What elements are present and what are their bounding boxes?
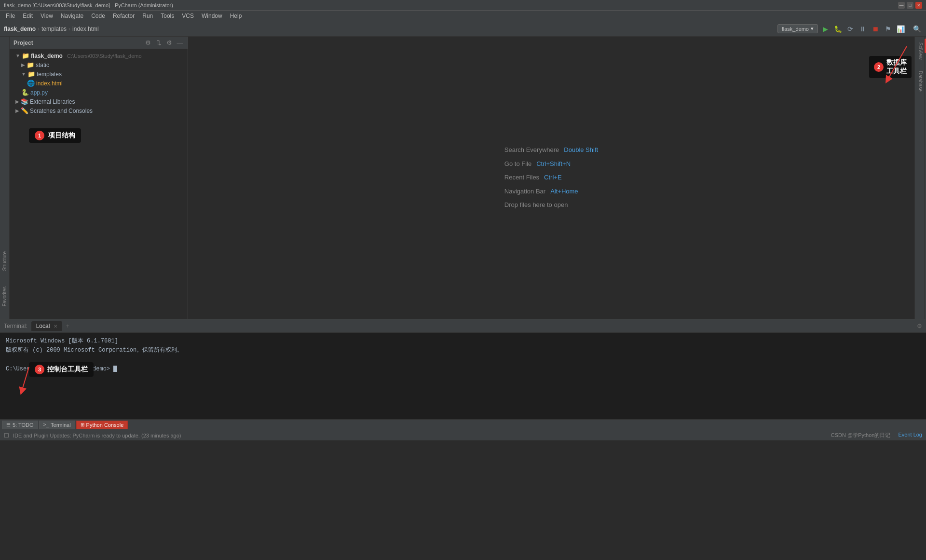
pause-button[interactable]: ⏸ [858,24,868,34]
menu-run[interactable]: Run [138,12,157,20]
right-sidebar: SciView Database 2 数据库工具栏 [914,37,926,319]
panel-settings-icon[interactable]: ⚙ [144,39,152,47]
coverage-button[interactable]: ⚑ [883,24,893,34]
terminal-icon: >_ [43,422,49,427]
tab-local[interactable]: Local ✕ [31,321,62,331]
expand-arrow-scratches-icon: ▶ [15,108,19,113]
hint-drop-files: Drop files here to open [504,198,598,212]
breadcrumb-indexhtml[interactable]: index.html [72,26,99,32]
bottom-panel: Terminal: Local ✕ + ⚙ Microsoft Windows … [0,319,926,430]
python-console-tab[interactable]: ⊞ Python Console [76,421,128,429]
terminal-settings-button[interactable]: ⚙ [917,323,922,329]
tree-label-ext-libraries: External Libraries [30,98,75,105]
annotation-console-text: 控制台工具栏 [47,365,88,374]
event-log-label[interactable]: Event Log [898,432,922,439]
bottom-toolbar: ☰ 5: TODO >_ Terminal ⊞ Python Console [0,419,926,430]
menu-help[interactable]: Help [226,12,246,20]
terminal-label: Terminal: [4,323,27,329]
python-console-label: Python Console [86,422,124,428]
statusbar: ☐ IDE and Plugin Updates: PyCharm is rea… [0,430,926,440]
console-arrow-svg [19,367,48,396]
scratches-icon: ✏️ [21,107,28,114]
tree-item-apppy[interactable]: 🐍 app.py [10,88,188,97]
menu-file[interactable]: File [2,12,19,20]
expand-arrow-templates-icon: ▼ [21,71,26,77]
menu-navigate[interactable]: Navigate [57,12,87,20]
status-warning-icon: ☐ [4,432,9,439]
annotation-arrow-svg [878,41,916,90]
hint-recent-files: Recent Files Ctrl+E [504,171,598,185]
annotation-console: 3 控制台工具栏 [29,362,94,377]
maximize-button[interactable]: □ [907,2,913,9]
project-panel: Project ⚙ ⇅ ⚙ — ▼ 📁 flask_demo C:\Users\… [10,37,188,319]
menu-edit[interactable]: Edit [19,12,37,20]
run-controls: flask_demo ▾ ▶ 🐛 ⟳ ⏸ ⏹ ⚑ 📊 [777,24,906,34]
expand-arrow-ext-icon: ▶ [15,99,19,104]
breadcrumb-templates[interactable]: templates [41,26,67,32]
terminal-cursor [113,366,117,372]
tree-path-flask-demo: C:\Users\003\Study\flask_demo [67,53,142,59]
hint-search-everywhere: Search Everywhere Double Shift [504,143,598,157]
tree-label-indexhtml: index.html [36,80,63,87]
debug-button[interactable]: 🐛 [832,24,843,34]
tree-item-scratches[interactable]: ▶ ✏️ Scratches and Consoles [10,106,188,115]
toolbar: flask_demo › templates › index.html flas… [0,21,926,37]
breadcrumb: flask_demo › templates › index.html [4,26,776,32]
terminal-line-1: Microsoft Windows [版本 6.1.7601] [6,337,920,346]
html-file-icon: 🌐 [27,80,35,87]
menu-view[interactable]: View [37,12,57,20]
annotation-num-1: 1 [35,131,44,140]
panel-expand-icon[interactable]: ⇅ [155,39,163,47]
close-button[interactable]: ✕ [915,2,922,9]
project-panel-title: Project [14,40,141,46]
menu-code[interactable]: Code [87,12,109,20]
library-icon: 📚 [21,98,28,105]
annotation-project-structure-text: 项目结构 [48,131,75,140]
breadcrumb-root[interactable]: flask_demo [4,26,36,32]
todo-tab[interactable]: ☰ 5: TODO [2,421,38,429]
left-strip: Structure Favorites [0,37,10,319]
tree-label-flask-demo: flask_demo [31,53,63,59]
menu-tools[interactable]: Tools [157,12,178,20]
tree-item-ext-libraries[interactable]: ▶ 📚 External Libraries [10,97,188,106]
project-tree: ▼ 📁 flask_demo C:\Users\003\Study\flask_… [10,49,188,319]
dropdown-arrow-icon: ▾ [811,26,814,32]
expand-arrow-static-icon: ▶ [21,62,25,68]
menu-refactor[interactable]: Refactor [109,12,138,20]
py-file-icon: 🐍 [21,89,29,96]
editor-area: Search Everywhere Double Shift Go to Fil… [188,37,914,319]
tree-item-templates[interactable]: ▼ 📁 templates [10,69,188,79]
minimize-button[interactable]: — [898,2,905,9]
run-config-dropdown[interactable]: flask_demo ▾ [777,24,818,33]
run-button[interactable]: ▶ [820,24,831,34]
titlebar: flask_demo [C:\Users\003\Study\flask_dem… [0,0,926,11]
panel-close-icon[interactable]: — [176,39,184,47]
add-terminal-button[interactable]: + [63,321,72,331]
expand-arrow-icon: ▼ [15,53,20,58]
python-icon: ⊞ [81,422,84,427]
panel-gear-icon[interactable]: ⚙ [165,39,173,47]
window-title: flask_demo [C:\Users\003\Study\flask_dem… [4,2,898,8]
project-panel-header: Project ⚙ ⇅ ⚙ — [10,37,188,49]
tab-local-close[interactable]: ✕ [54,324,57,329]
todo-icon: ☰ [6,422,11,427]
terminal-tab-bottom[interactable]: >_ Terminal [39,421,75,429]
hint-nav-bar: Navigation Bar Alt+Home [504,185,598,199]
menu-window[interactable]: Window [198,12,226,20]
tree-item-static[interactable]: ▶ 📁 static [10,60,188,69]
profile-button[interactable]: 📊 [895,24,906,34]
favorites-tab[interactable]: Favorites [1,284,8,309]
menu-vcs[interactable]: VCS [178,12,198,20]
status-message: IDE and Plugin Updates: PyCharm is ready… [13,433,827,438]
terminal-tab-label: Terminal [51,422,71,428]
stop-button[interactable]: ⏹ [870,24,881,34]
svg-line-1 [22,367,29,391]
structure-tab[interactable]: Structure [1,248,8,274]
refresh-button[interactable]: ⟳ [845,24,856,34]
search-everywhere-button[interactable]: 🔍 [912,24,922,34]
svg-line-0 [887,46,907,80]
tree-item-flask-demo[interactable]: ▼ 📁 flask_demo C:\Users\003\Study\flask_… [10,51,188,60]
terminal-tabs: Terminal: Local ✕ + ⚙ [0,319,926,333]
tree-item-indexhtml[interactable]: 🌐 index.html [10,79,188,88]
terminal-content: Microsoft Windows [版本 6.1.7601] 版权所有 (c)… [0,333,926,419]
